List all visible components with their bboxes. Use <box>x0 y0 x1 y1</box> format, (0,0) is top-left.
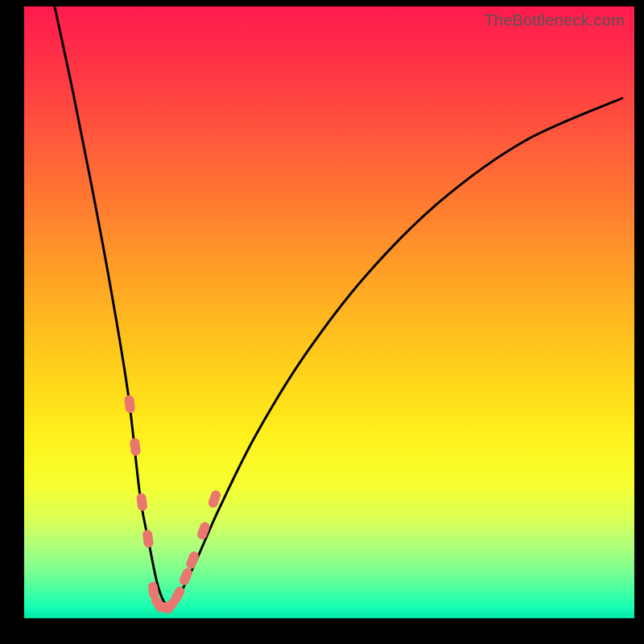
curve-marker <box>124 394 136 413</box>
plot-area: TheBottleneck.com <box>24 6 634 618</box>
curve-markers <box>124 394 222 615</box>
bottleneck-curve-path <box>55 6 622 607</box>
curve-marker <box>142 530 154 548</box>
curve-marker <box>136 493 148 511</box>
curve-marker <box>185 550 200 570</box>
curve-layer <box>24 6 634 618</box>
chart-frame: TheBottleneck.com <box>0 0 644 644</box>
bottleneck-curve <box>55 6 622 607</box>
curve-marker <box>130 438 142 456</box>
